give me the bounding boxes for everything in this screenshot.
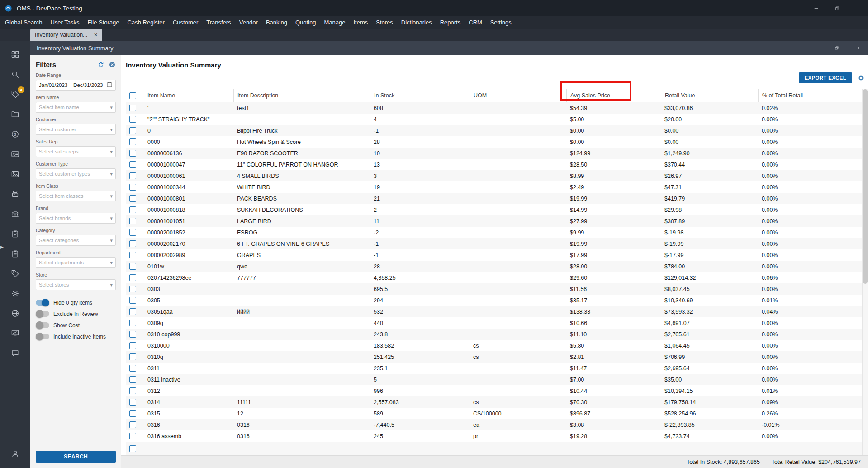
refresh-filters-icon[interactable]	[97, 61, 104, 68]
column-header-avg-sales-price[interactable]: Avg Sales Price	[566, 89, 661, 102]
menu-item-banking[interactable]: Banking	[262, 16, 291, 29]
table-row[interactable]: 'test1608$54.39$33,070.860.02%	[126, 102, 862, 114]
calendar-icon[interactable]	[106, 81, 113, 89]
row-checkbox[interactable]	[129, 127, 136, 134]
vertical-scrollbar[interactable]	[862, 89, 868, 455]
toggle-show-cost[interactable]: Show Cost	[36, 320, 116, 331]
filter-item-name-select[interactable]: Select item name▾	[36, 102, 116, 113]
row-checkbox[interactable]	[129, 421, 136, 428]
row-checkbox[interactable]	[129, 320, 136, 326]
row-checkbox[interactable]	[129, 252, 136, 258]
table-row[interactable]: 0309q440$10.66$4,691.070.00%	[126, 317, 862, 329]
table-row[interactable]: 031512589CS/100000$896.87$528,254.960.26…	[126, 408, 862, 419]
search-icon[interactable]	[0, 64, 30, 84]
menu-item-settings[interactable]: Settings	[486, 16, 516, 29]
table-row[interactable]: 020714236298ee7777774,358.25$29.60$129,0…	[126, 272, 862, 283]
settings-icon[interactable]	[0, 283, 30, 303]
toggle-switch[interactable]	[36, 311, 49, 317]
row-checkbox[interactable]	[129, 240, 136, 247]
dashboard-icon[interactable]	[0, 44, 30, 64]
filter-customer-type-select[interactable]: Select customer types▾	[36, 168, 116, 179]
row-checkbox[interactable]	[129, 161, 136, 168]
filter-sales-rep-select[interactable]: Select sales reps▾	[36, 146, 116, 157]
menu-item-transfers[interactable]: Transfers	[202, 16, 235, 29]
payments-icon[interactable]: $	[0, 124, 30, 144]
menu-item-quoting[interactable]: Quoting	[291, 16, 320, 29]
row-checkbox[interactable]	[129, 297, 136, 304]
row-checkbox[interactable]	[129, 353, 136, 360]
menu-item-user-tasks[interactable]: User Tasks	[46, 16, 83, 29]
minimize-icon[interactable]	[806, 0, 826, 16]
row-checkbox[interactable]	[129, 274, 136, 281]
orders-icon[interactable]	[0, 244, 30, 263]
toggle-switch[interactable]	[36, 322, 49, 328]
table-row[interactable]: 000001001051LARGE BIRD11$27.99$307.890.0…	[126, 215, 862, 227]
filter-category-select[interactable]: Select categories▾	[36, 235, 116, 246]
contacts-icon[interactable]	[0, 144, 30, 164]
tab-inventory-valuation[interactable]: Inventory Valuation... ×	[30, 29, 102, 41]
table-settings-gear-icon[interactable]	[857, 74, 865, 82]
user-icon[interactable]	[0, 444, 30, 463]
menu-item-cash-register[interactable]: Cash Register	[123, 16, 169, 29]
filter-customer-select[interactable]: Select customer▾	[36, 124, 116, 135]
menu-item-customer[interactable]: Customer	[169, 16, 202, 29]
row-checkbox[interactable]	[129, 263, 136, 270]
menu-item-vendor[interactable]: Vendor	[235, 16, 262, 29]
table-row[interactable]: 0000010000614 SMALL BIRDS3$8.99$26.970.0…	[126, 170, 862, 181]
row-checkbox[interactable]	[129, 116, 136, 123]
row-checkbox[interactable]	[129, 376, 136, 383]
row-checkbox[interactable]	[129, 331, 136, 338]
row-checkbox[interactable]	[129, 206, 136, 213]
row-checkbox[interactable]	[129, 410, 136, 417]
toggle-exclude-in-review[interactable]: Exclude In Review	[36, 308, 116, 320]
table-row[interactable]: 0101wqwe28$28.00$784.000.00%	[126, 261, 862, 272]
filter-item-class-select[interactable]: Select item classes▾	[36, 191, 116, 201]
close-icon[interactable]	[847, 0, 868, 16]
table-row[interactable]: 000002001852ESROG-2$9.99$-19.980.00%	[126, 227, 862, 238]
menu-item-reports[interactable]: Reports	[436, 16, 465, 29]
toggle-switch[interactable]	[36, 334, 49, 339]
restore-icon[interactable]	[826, 0, 847, 16]
menu-item-file-storage[interactable]: File Storage	[83, 16, 123, 29]
row-checkbox[interactable]	[129, 286, 136, 292]
row-checkbox[interactable]	[129, 399, 136, 406]
table-row[interactable]: 0000020021706 FT. GRAPES ON VINE 6 GRAPE…	[126, 238, 862, 249]
web-icon[interactable]	[0, 303, 30, 323]
tasks-icon[interactable]	[0, 224, 30, 244]
table-row[interactable]: 0Blippi Fire Truck-1$0.00$0.000.00%	[126, 125, 862, 136]
column-header-in-stock[interactable]: In Stock	[370, 89, 470, 102]
inner-restore-icon[interactable]	[826, 41, 847, 55]
table-row[interactable]: "2"" STRAIGHY TRACK"4$5.00$20.000.00%	[126, 114, 862, 125]
table-row[interactable]: 0310q251.425cs$2.81$706.990.00%	[126, 351, 862, 363]
table-row[interactable]: 00000100004711" COLORFUL PARROT ON HANGO…	[126, 159, 862, 170]
column-header-retail-value[interactable]: Retail Value	[661, 89, 758, 102]
search-button[interactable]: SEARCH	[36, 451, 116, 463]
menu-item-dictionaries[interactable]: Dictionaries	[397, 16, 436, 29]
toggle-hide-0-qty-items[interactable]: Hide 0 qty items	[36, 297, 116, 308]
filter-date-range-input[interactable]: Jan/01/2023 – Dec/31/2023	[36, 80, 116, 91]
clear-filters-icon[interactable]	[109, 61, 116, 68]
deals-icon[interactable]: 9	[0, 84, 30, 104]
messages-icon[interactable]	[0, 343, 30, 363]
row-checkbox[interactable]	[129, 150, 136, 157]
table-row[interactable]: 0303695.5$11.56$8,037.450.00%	[126, 283, 862, 295]
table-row-partial[interactable]	[126, 442, 862, 455]
cash-register-icon[interactable]	[0, 184, 30, 204]
media-icon[interactable]	[0, 164, 30, 184]
banking-icon[interactable]	[0, 204, 30, 224]
row-checkbox[interactable]	[129, 365, 136, 372]
column-header-item-name[interactable]: Item Name	[144, 89, 233, 102]
toggle-switch[interactable]	[36, 300, 49, 306]
table-row[interactable]: 0316 assemb0316245pr$19.28$4,723.740.00%	[126, 430, 862, 442]
row-checkbox[interactable]	[129, 229, 136, 236]
tags-icon[interactable]	[0, 263, 30, 283]
row-checkbox[interactable]	[129, 184, 136, 191]
row-checkbox[interactable]	[129, 342, 136, 349]
table-row[interactable]: 00000006136E90 RAZOR SCOOTER10$124.99$1,…	[126, 148, 862, 159]
scrollbar-thumb[interactable]	[863, 89, 868, 284]
menu-item-crm[interactable]: CRM	[465, 16, 486, 29]
filter-brand-select[interactable]: Select brands▾	[36, 213, 116, 224]
row-checkbox[interactable]	[129, 105, 136, 111]
row-checkbox[interactable]	[129, 138, 136, 145]
table-row[interactable]: 0314111112,557.083cs$70.30$179,758.140.0…	[126, 396, 862, 408]
